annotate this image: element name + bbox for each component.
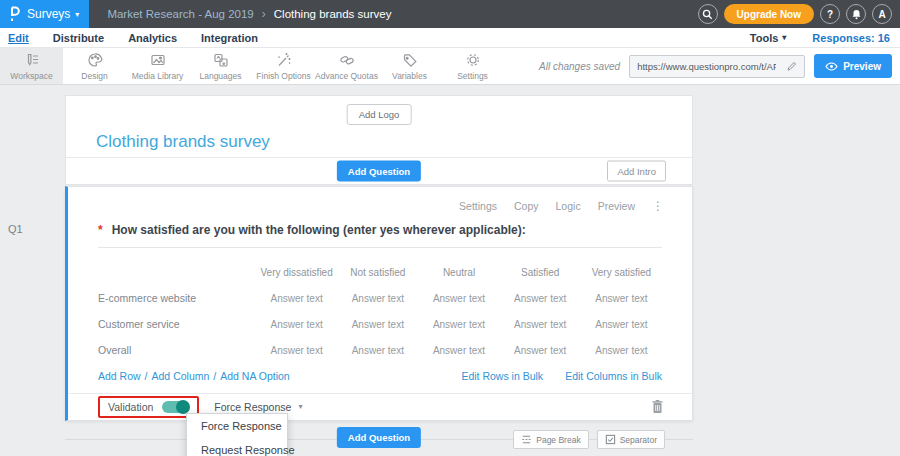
- toolbar-item-workspace[interactable]: Workspace: [0, 48, 63, 84]
- matrix-cell[interactable]: Answer text: [418, 345, 499, 356]
- add-logo-button[interactable]: Add Logo: [347, 104, 412, 125]
- matrix-row-label[interactable]: Overall: [98, 344, 256, 356]
- translate-icon: [212, 51, 230, 69]
- matrix-cell[interactable]: Answer text: [581, 319, 662, 330]
- question-card: Settings Copy Logic Preview ⋮ *How satis…: [65, 186, 693, 421]
- toolbar-item-finish-options[interactable]: Finish Options: [252, 48, 315, 84]
- editor-toolbar: Workspace Design Media Library Languages…: [0, 48, 900, 85]
- edit-columns-in-bulk-link[interactable]: Edit Columns in Bulk: [565, 370, 662, 382]
- matrix-cell[interactable]: Answer text: [337, 319, 418, 330]
- matrix-cell[interactable]: Answer text: [500, 345, 581, 356]
- bell-icon: [851, 9, 862, 20]
- matrix-column-header[interactable]: Neutral: [418, 267, 499, 278]
- trash-icon: [651, 399, 664, 414]
- matrix-cell[interactable]: Answer text: [500, 319, 581, 330]
- edit-url-button[interactable]: [780, 60, 804, 72]
- matrix-cell[interactable]: Answer text: [256, 319, 337, 330]
- matrix-cell[interactable]: Answer text: [337, 345, 418, 356]
- add-question-button-bottom[interactable]: Add Question: [337, 427, 421, 448]
- chain-links-icon: [338, 51, 356, 69]
- toolbar-item-advance-quotas[interactable]: Advance Quotas: [315, 48, 378, 84]
- add-na-option-link[interactable]: Add NA Option: [220, 370, 289, 382]
- question-copy-link[interactable]: Copy: [514, 200, 539, 212]
- image-icon: [149, 51, 167, 69]
- breadcrumb: Market Research - Aug 2019 › Clothing br…: [107, 7, 391, 21]
- delete-question-button[interactable]: [651, 399, 664, 414]
- add-row-link[interactable]: Add Row: [98, 370, 141, 382]
- upgrade-now-button[interactable]: Upgrade Now: [724, 4, 814, 24]
- required-marker: *: [98, 223, 103, 237]
- survey-header-actions: Add Question Add Intro: [66, 157, 692, 184]
- survey-url-input[interactable]: [630, 61, 780, 72]
- nav-tab-integration[interactable]: Integration: [201, 32, 258, 44]
- notifications-button[interactable]: [846, 4, 866, 24]
- edit-rows-in-bulk-link[interactable]: Edit Rows in Bulk: [461, 370, 543, 382]
- breadcrumb-folder[interactable]: Market Research - Aug 2019: [107, 8, 253, 20]
- validation-type-select[interactable]: Force Response ▾: [214, 401, 302, 413]
- survey-editor-screen: Surveys ▾ Market Research - Aug 2019 › C…: [0, 0, 900, 456]
- nav-tab-edit[interactable]: Edit: [8, 32, 29, 44]
- help-button[interactable]: ?: [820, 4, 840, 24]
- matrix-cell[interactable]: Answer text: [418, 293, 499, 304]
- matrix-column-header[interactable]: Satisfied: [500, 267, 581, 278]
- matrix-cell[interactable]: Answer text: [581, 293, 662, 304]
- add-intro-button[interactable]: Add Intro: [607, 161, 666, 182]
- responses-count-link[interactable]: Responses: 16: [812, 32, 890, 44]
- separator-button[interactable]: Separator: [597, 430, 665, 449]
- matrix-row-label[interactable]: E-commerce website: [98, 292, 256, 304]
- question-settings-link[interactable]: Settings: [459, 200, 497, 212]
- matrix-row: Overall Answer text Answer text Answer t…: [98, 337, 662, 363]
- toolbar-item-settings[interactable]: Settings: [441, 48, 504, 84]
- question-preview-link[interactable]: Preview: [598, 200, 635, 212]
- toolbar-item-media-library[interactable]: Media Library: [126, 48, 189, 84]
- pencil-icon: [786, 60, 798, 72]
- tools-label: Tools: [750, 32, 779, 44]
- validation-type-value: Force Response: [214, 401, 291, 413]
- preview-label: Preview: [843, 61, 881, 72]
- matrix-cell[interactable]: Answer text: [256, 345, 337, 356]
- toggle-knob: [176, 400, 190, 414]
- matrix-cell[interactable]: Answer text: [418, 319, 499, 330]
- matrix-column-header[interactable]: Very dissatisfied: [256, 267, 337, 278]
- page-break-label: Page Break: [536, 435, 580, 445]
- survey-header-card: Add Logo Clothing brands survey Add Ques…: [65, 95, 693, 185]
- matrix-cell[interactable]: Answer text: [500, 293, 581, 304]
- nav-tab-analytics[interactable]: Analytics: [128, 32, 177, 44]
- kebab-menu-icon[interactable]: ⋮: [652, 201, 664, 211]
- search-button[interactable]: [698, 4, 718, 24]
- palette-icon: [86, 51, 104, 69]
- tag-icon: [401, 51, 419, 69]
- matrix-links-row: Add Row / Add Column / Add NA Option Edi…: [98, 363, 662, 389]
- matrix-cell[interactable]: Answer text: [256, 293, 337, 304]
- section-nav: Edit Distribute Analytics Integration To…: [0, 28, 900, 48]
- avatar[interactable]: A: [872, 4, 892, 24]
- preview-button[interactable]: Preview: [814, 54, 892, 78]
- page-break-button[interactable]: Page Break: [513, 430, 588, 449]
- dropdown-option-force-response[interactable]: Force Response: [187, 414, 287, 438]
- add-question-button-top[interactable]: Add Question: [337, 161, 421, 182]
- validation-toggle[interactable]: [162, 401, 189, 413]
- link-separator: /: [213, 370, 216, 382]
- matrix-cell[interactable]: Answer text: [337, 293, 418, 304]
- chevron-down-icon: ▾: [75, 10, 79, 19]
- page-break-icon: [521, 434, 532, 445]
- question-text-row[interactable]: *How satisfied are you with the followin…: [98, 223, 662, 237]
- brand-label: Surveys: [27, 7, 70, 21]
- matrix-column-header[interactable]: Very satisfied: [581, 267, 662, 278]
- dropdown-option-request-response[interactable]: Request Response: [187, 438, 287, 456]
- tools-menu[interactable]: Tools ▾: [750, 32, 787, 44]
- toolbar-item-languages[interactable]: Languages: [189, 48, 252, 84]
- add-column-link[interactable]: Add Column: [152, 370, 210, 382]
- magic-wand-icon: [275, 51, 293, 69]
- matrix-cell[interactable]: Answer text: [581, 345, 662, 356]
- gear-icon: [464, 51, 482, 69]
- survey-title[interactable]: Clothing brands survey: [96, 132, 270, 152]
- question-text[interactable]: How satisfied are you with the following…: [112, 223, 526, 237]
- nav-tab-distribute[interactable]: Distribute: [53, 32, 104, 44]
- toolbar-item-variables[interactable]: Variables: [378, 48, 441, 84]
- surveys-menu-button[interactable]: Surveys ▾: [0, 0, 89, 28]
- matrix-row-label[interactable]: Customer service: [98, 318, 256, 330]
- toolbar-item-design[interactable]: Design: [63, 48, 126, 84]
- question-logic-link[interactable]: Logic: [556, 200, 581, 212]
- matrix-column-header[interactable]: Not satisfied: [337, 267, 418, 278]
